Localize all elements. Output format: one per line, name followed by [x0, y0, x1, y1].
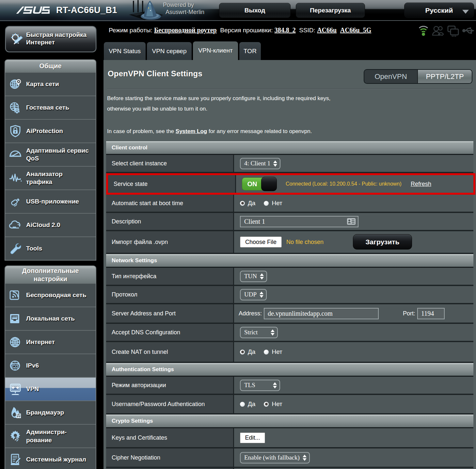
svg-text:IPV6: IPV6	[11, 364, 19, 368]
